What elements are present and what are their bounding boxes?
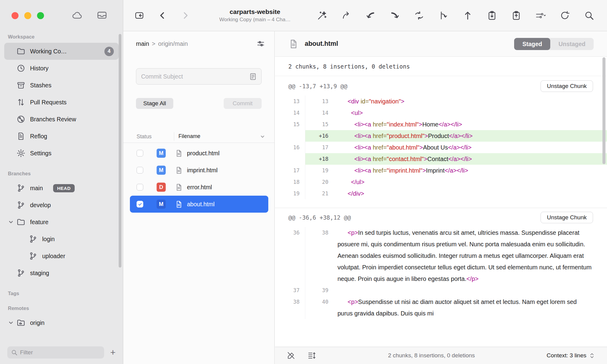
file-name: product.html [187, 150, 219, 157]
code-line: <li><a href="about.html">About Us</a></l… [334, 142, 607, 153]
search-icon[interactable] [584, 10, 594, 21]
file-row-product-html[interactable]: Mproduct.html [130, 145, 268, 162]
file-row-error-html[interactable]: Derror.html [130, 179, 268, 196]
code-line: </div> [334, 188, 607, 199]
file-row-about-html[interactable]: Mabout.html [130, 196, 268, 213]
sidebar-item-develop[interactable]: develop [4, 197, 119, 214]
code-line: <p>Suspendisse ut nisi ac diam auctor al… [334, 296, 607, 319]
stage-checkbox[interactable] [137, 167, 143, 174]
commit-actions: Stage All Commit [136, 98, 262, 109]
context-lines-control[interactable]: Context: 3 lines [547, 352, 595, 359]
ignore-whitespace-icon[interactable] [287, 351, 296, 360]
filter-field[interactable] [7, 346, 104, 359]
unstash-icon[interactable] [511, 10, 521, 21]
sidebar-item-branches-review[interactable]: Branches Review [4, 111, 119, 128]
diff-line: 1313 <div id="navigation"> [275, 96, 607, 107]
sidebar-item-label: staging [30, 270, 49, 277]
pull-icon[interactable] [365, 10, 376, 21]
chevron-down-icon[interactable] [7, 218, 15, 226]
stepper-icon[interactable] [588, 352, 595, 359]
sync-icon[interactable] [414, 10, 424, 21]
sidebar-item-feature[interactable]: feature [4, 214, 119, 231]
chunk-header: @@ -13,7 +13,9 @@Unstage Chunk [275, 77, 607, 96]
folder-icon [16, 217, 25, 227]
gear-icon [16, 149, 25, 158]
push-icon[interactable] [390, 10, 400, 21]
sidebar-item-stashes[interactable]: Stashes [4, 77, 119, 94]
devices-icon[interactable] [97, 10, 107, 21]
old-line-number: 14 [275, 107, 305, 119]
sort-chevron-icon[interactable] [259, 133, 266, 140]
commit-panel: main > origin/main Stage All Commit Stat… [123, 31, 275, 364]
tab-unstaged[interactable]: Unstaged [550, 38, 594, 50]
old-line-number: 38 [275, 296, 305, 319]
stage-checkbox[interactable] [137, 201, 143, 207]
sidebar-item-main[interactable]: mainHEAD [4, 180, 119, 197]
sidebar-item-history[interactable]: History [4, 60, 119, 77]
nav-back-icon[interactable] [158, 11, 167, 20]
new-line-number: 15 [305, 119, 334, 130]
new-line-number: 13 [305, 96, 334, 107]
sidebar-item-label: Stashes [30, 82, 51, 89]
tab-staged[interactable]: Staged [514, 38, 550, 50]
sidebar-item-pull-requests[interactable]: Pull Requests [4, 94, 119, 111]
sidebar: WorkspaceWorking Co…4HistoryStashesPull … [0, 0, 123, 364]
toggle-sidebar-icon[interactable] [134, 11, 144, 20]
unstage-chunk-button[interactable]: Unstage Chunk [541, 212, 593, 223]
chevron-down-icon[interactable] [7, 319, 15, 326]
filter-input[interactable] [20, 349, 100, 356]
branch-icon [16, 184, 25, 193]
breadcrumb-branch[interactable]: main [136, 40, 149, 47]
subject-template-icon[interactable] [249, 72, 257, 81]
stage-checkbox[interactable] [137, 150, 143, 157]
refresh-icon[interactable] [560, 10, 570, 21]
diff-scrollbar[interactable] [602, 57, 605, 164]
breadcrumb-upstream[interactable]: origin/main [158, 40, 188, 47]
merge-icon[interactable] [438, 10, 449, 21]
actions-dropdown-icon[interactable] [535, 10, 546, 21]
sidebar-item-settings[interactable]: Settings [4, 145, 119, 162]
pull-request-icon [16, 98, 25, 107]
diff-line: 1414 <ul> [275, 107, 607, 119]
minimize-button[interactable] [24, 12, 31, 19]
sidebar-item-working-co[interactable]: Working Co…4 [4, 43, 119, 60]
unstage-chunk-button[interactable]: Unstage Chunk [541, 80, 593, 92]
stage-checkbox[interactable] [137, 184, 143, 190]
sidebar-scrollbar[interactable] [119, 34, 121, 268]
section-title: Branches [8, 171, 115, 177]
stage-all-button[interactable]: Stage All [136, 98, 173, 109]
status-badge: M [157, 200, 166, 209]
cloud-icon[interactable] [72, 10, 83, 21]
file-row-imprint-html[interactable]: Mimprint.html [130, 162, 268, 179]
diff-line: 3739 [275, 285, 607, 296]
sidebar-item-label: login [42, 236, 55, 243]
sidebar-item-staging[interactable]: staging [4, 265, 119, 281]
old-line-number: 36 [275, 227, 305, 285]
status-badge: M [157, 149, 166, 158]
sidebar-item-reflog[interactable]: Reflog [4, 128, 119, 145]
diff-line: 1921 </div> [275, 188, 607, 199]
line-spacing-icon[interactable] [307, 351, 316, 360]
commit-subject-input[interactable] [141, 73, 249, 80]
commit-button[interactable]: Commit [224, 98, 262, 109]
stash-icon[interactable] [487, 10, 497, 21]
nav-forward-icon[interactable] [181, 11, 190, 20]
search-icon [11, 349, 18, 356]
file-name: error.html [187, 184, 212, 191]
upload-icon[interactable] [463, 10, 473, 21]
add-button[interactable]: + [107, 347, 119, 358]
filter-sliders-icon[interactable] [256, 39, 265, 48]
zoom-button[interactable] [37, 12, 44, 19]
close-button[interactable] [12, 12, 19, 19]
diff-chunk: @@ -13,7 +13,9 @@Unstage Chunk1313 <div … [275, 77, 607, 208]
old-line-number: 37 [275, 285, 305, 296]
status-column-header[interactable]: Status [137, 132, 174, 141]
checkout-icon[interactable] [341, 10, 351, 21]
quick-actions-icon[interactable] [317, 10, 327, 21]
sidebar-item-uploader[interactable]: uploader [4, 248, 119, 265]
filename-column-header[interactable]: Filename [174, 133, 200, 140]
new-line-number: 21 [305, 188, 334, 199]
sidebar-item-login[interactable]: login [4, 231, 119, 248]
status-badge: M [157, 166, 166, 175]
sidebar-item-origin[interactable]: origin [4, 314, 119, 331]
